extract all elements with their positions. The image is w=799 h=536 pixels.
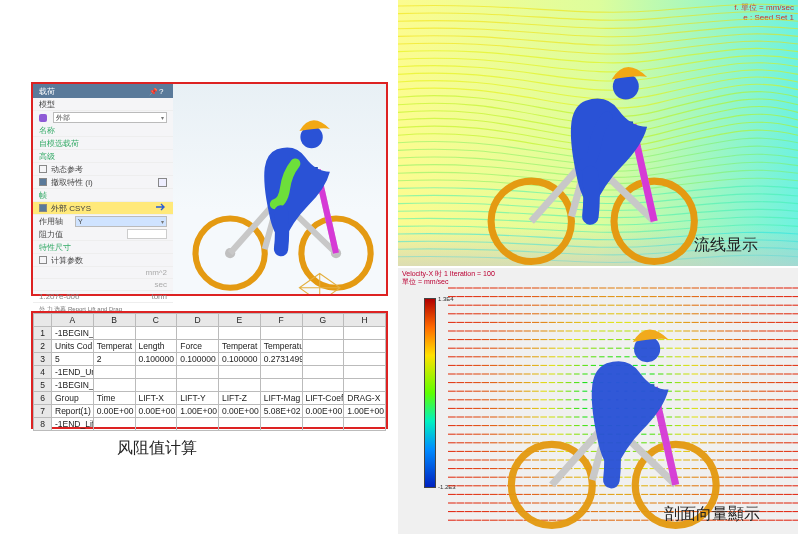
cell[interactable] <box>302 366 344 379</box>
cell[interactable] <box>344 340 386 353</box>
table-row[interactable]: 6GroupTimeLIFT-XLIFT-YLIFT-ZLIFT-MagLIFT… <box>34 392 386 405</box>
col-header[interactable]: D <box>177 314 219 327</box>
row-number[interactable]: 7 <box>34 405 52 418</box>
cell[interactable]: Report(1) <box>52 405 94 418</box>
checkbox-csys-icon[interactable] <box>39 204 47 212</box>
table-row[interactable]: 5-1BEGIN_Lift_Drag.csv <box>34 379 386 392</box>
col-header[interactable]: C <box>135 314 177 327</box>
cell[interactable]: 2 <box>93 353 135 366</box>
cell[interactable] <box>177 366 219 379</box>
row-ref[interactable]: 自模选载荷 <box>33 137 173 150</box>
row-number[interactable]: 3 <box>34 353 52 366</box>
table-row[interactable]: 7Report(1)0.00E+000.00E+001.00E+000.00E+… <box>34 405 386 418</box>
cell[interactable]: Time <box>93 392 135 405</box>
row-number[interactable]: 5 <box>34 379 52 392</box>
row-number[interactable]: 8 <box>34 418 52 431</box>
cell[interactable] <box>260 418 302 431</box>
row-resistance[interactable]: 阻力值 <box>33 228 173 241</box>
props-palette-icon[interactable] <box>158 178 167 187</box>
row-dynamic-param[interactable]: 动态参考 <box>33 163 173 176</box>
cell[interactable]: Temperature Offset <box>260 340 302 353</box>
cell[interactable]: LIFT-X <box>135 392 177 405</box>
col-header[interactable]: G <box>302 314 344 327</box>
cell[interactable] <box>135 366 177 379</box>
row-number[interactable]: 6 <box>34 392 52 405</box>
row-calc-params[interactable]: 计算参数 <box>33 254 173 267</box>
cell[interactable] <box>302 379 344 392</box>
cell[interactable]: 0.00E+00 <box>302 405 344 418</box>
cell[interactable] <box>177 379 219 392</box>
cell[interactable] <box>344 327 386 340</box>
row-propdim[interactable]: 特性尺寸 <box>33 241 173 254</box>
cell[interactable]: 0.100000 <box>135 353 177 366</box>
type-dropdown[interactable]: 外部 ▾ <box>33 111 173 124</box>
cell[interactable] <box>302 327 344 340</box>
cell[interactable]: -1BEGIN_Lift_Drag.csv <box>52 379 94 392</box>
cell[interactable]: 5.08E+02 <box>260 405 302 418</box>
table-row[interactable]: 4-1END_Units.csv <box>34 366 386 379</box>
col-header[interactable]: B <box>93 314 135 327</box>
row-number[interactable]: 2 <box>34 340 52 353</box>
cell[interactable] <box>260 366 302 379</box>
cell[interactable]: Units Cod <box>52 340 94 353</box>
cell[interactable] <box>302 353 344 366</box>
cell[interactable] <box>302 340 344 353</box>
cell[interactable] <box>93 366 135 379</box>
col-header[interactable] <box>34 314 52 327</box>
axis-dropdown[interactable]: 作用轴 Y ▾ <box>33 215 173 228</box>
cell[interactable] <box>219 366 261 379</box>
cell[interactable]: LIFT-Coef <box>302 392 344 405</box>
cell[interactable]: DRAG-X <box>344 392 386 405</box>
col-header[interactable]: H <box>344 314 386 327</box>
cell[interactable]: 1.00E+00 <box>177 405 219 418</box>
cell[interactable]: 0.100000 <box>219 353 261 366</box>
table-row[interactable]: 2Units CodTemperatLengthForceTemperatTem… <box>34 340 386 353</box>
row-number[interactable]: 4 <box>34 366 52 379</box>
row-frame[interactable]: 帧 <box>33 189 173 202</box>
cad-3d-viewport[interactable] <box>173 84 386 294</box>
table-row[interactable]: 1-1BEGIN_Units.csv <box>34 327 386 340</box>
cell[interactable]: 0.00E+00 <box>93 405 135 418</box>
cell[interactable]: 0.00E+00 <box>219 405 261 418</box>
row-csys[interactable]: 外部 CSYS <box>33 202 173 215</box>
checkbox-checked-icon[interactable] <box>39 178 47 186</box>
cell[interactable]: -1END_Lift_Drag.csv <box>52 418 94 431</box>
cell[interactable] <box>219 327 261 340</box>
cell[interactable]: LIFT-Mag <box>260 392 302 405</box>
cell[interactable] <box>93 379 135 392</box>
table-row[interactable]: 8-1END_Lift_Drag.csv <box>34 418 386 431</box>
cell[interactable]: 5 <box>52 353 94 366</box>
cell[interactable]: Temperat <box>219 340 261 353</box>
cell[interactable]: -1END_Units.csv <box>52 366 94 379</box>
vector-plane-view[interactable]: Velocity-X 时 1 Iteration = 100 單位 = mm/s… <box>398 268 798 534</box>
col-header[interactable]: A <box>52 314 94 327</box>
resistance-input[interactable] <box>127 229 167 239</box>
cell[interactable]: 0.27314999389648438D+03 <box>260 353 302 366</box>
cell[interactable]: 1.00E+00 <box>344 405 386 418</box>
cell[interactable]: 0.00E+00 <box>135 405 177 418</box>
cell[interactable] <box>135 418 177 431</box>
csv-table[interactable]: ABCDEFGH 1-1BEGIN_Units.csv2Units CodTem… <box>33 313 386 431</box>
checkbox-calc-icon[interactable] <box>39 256 47 264</box>
row-extract-props[interactable]: 撤取特性 (I) <box>33 176 173 189</box>
col-header[interactable]: E <box>219 314 261 327</box>
cell[interactable] <box>260 327 302 340</box>
cell[interactable]: Temperat <box>93 340 135 353</box>
cell[interactable]: LIFT-Y <box>177 392 219 405</box>
cell[interactable]: Group <box>52 392 94 405</box>
cell[interactable] <box>219 379 261 392</box>
cell[interactable] <box>260 379 302 392</box>
cell[interactable] <box>219 418 261 431</box>
cell[interactable] <box>344 366 386 379</box>
streamline-view[interactable]: f. 單位 = mm/sec e : Seed Set 1 <box>398 0 798 266</box>
row-number[interactable]: 1 <box>34 327 52 340</box>
cell[interactable] <box>93 327 135 340</box>
cell[interactable] <box>344 418 386 431</box>
cell[interactable]: -1BEGIN_Units.csv <box>52 327 94 340</box>
cell[interactable] <box>344 353 386 366</box>
cell[interactable]: Force <box>177 340 219 353</box>
pin-icon[interactable] <box>149 87 157 95</box>
cell[interactable] <box>302 418 344 431</box>
row-advanced[interactable]: 高级 <box>33 150 173 163</box>
help-icon[interactable] <box>159 87 167 95</box>
